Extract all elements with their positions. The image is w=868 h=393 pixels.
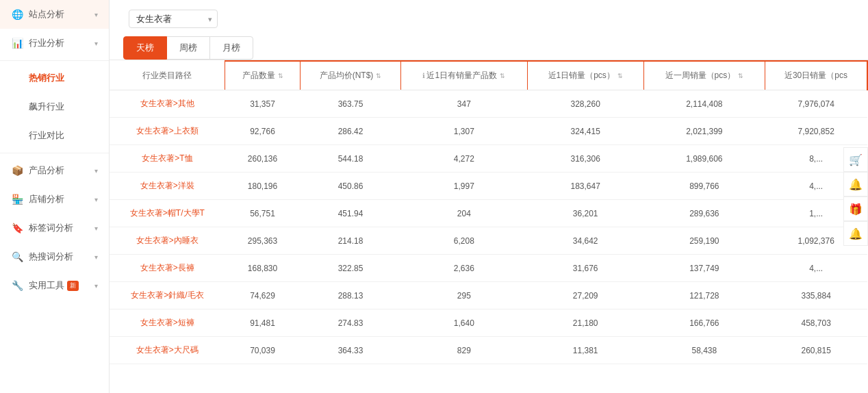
sidebar-item-store-analysis[interactable]: 🏪店铺分析▾: [0, 185, 109, 214]
bell2-icon[interactable]: 🔔: [843, 221, 868, 246]
data-cell: 34,642: [527, 227, 643, 255]
industry-link[interactable]: 女生衣著>其他: [140, 99, 194, 108]
col-header-product-count[interactable]: 产品数量⇅: [225, 61, 301, 90]
arrow-icon: ▾: [94, 167, 98, 175]
data-cell: 260,815: [765, 337, 867, 364]
industry-link[interactable]: 女生衣著>T恤: [142, 153, 192, 163]
data-cell: 1,640: [401, 309, 527, 337]
data-cell: 1,997: [401, 173, 527, 200]
data-cell: 70,039: [225, 337, 301, 364]
category-select-wrapper[interactable]: 女生衣著: [129, 10, 218, 28]
industry-link[interactable]: 女生衣著>上衣類: [136, 126, 199, 136]
industry-path-cell[interactable]: 女生衣著>內睡衣: [110, 227, 225, 255]
data-cell: 2,636: [401, 255, 527, 282]
industry-analysis-icon: 📊: [11, 37, 23, 49]
data-cell: 214.18: [300, 227, 400, 255]
data-cell: 27,209: [527, 282, 643, 309]
data-cell: 347: [401, 90, 527, 118]
data-cell: 544.18: [300, 145, 400, 173]
data-cell: 295: [401, 282, 527, 309]
data-cell: 899,766: [643, 173, 765, 200]
industry-path-cell[interactable]: 女生衣著>短褲: [110, 309, 225, 337]
data-cell: 4,...: [765, 255, 867, 282]
table-row: 女生衣著>短褲91,481274.831,64021,180166,766458…: [110, 309, 867, 337]
col-header-avg-price[interactable]: 产品均价(NT$)⇅: [300, 61, 400, 90]
industry-link[interactable]: 女生衣著>帽T/大學T: [130, 208, 205, 218]
arrow-icon: ▾: [94, 253, 98, 261]
cart-icon[interactable]: 🛒: [843, 147, 868, 172]
data-cell: 2,021,399: [643, 118, 765, 145]
category-row: 女生衣著: [123, 10, 854, 28]
keyword-analysis-icon: 🔖: [11, 222, 23, 234]
table-wrapper[interactable]: 行业类目路径产品数量⇅产品均价(NT$)⇅ℹ近1日有销量产品数⇅近1日销量（pc…: [110, 60, 868, 393]
industry-path-cell[interactable]: 女生衣著>大尺碼: [110, 337, 225, 364]
data-cell: 4,272: [401, 145, 527, 173]
data-cell: 58,438: [643, 337, 765, 364]
sidebar-label-site-analysis: 站点分析: [29, 8, 64, 21]
data-cell: 56,751: [225, 200, 301, 227]
main-content: 女生衣著 天榜周榜月榜 行业类目路径产品数量⇅产品均价(NT$)⇅ℹ近1日有销量…: [110, 0, 868, 393]
col-header-sales-count-1d[interactable]: ℹ近1日有销量产品数⇅: [401, 61, 527, 90]
table-row: 女生衣著>T恤260,136544.184,272316,3061,989,60…: [110, 145, 867, 173]
header-area: 女生衣著 天榜周榜月榜: [110, 0, 868, 60]
data-table: 行业类目路径产品数量⇅产品均价(NT$)⇅ℹ近1日有销量产品数⇅近1日销量（pc…: [110, 60, 868, 364]
data-cell: 829: [401, 337, 527, 364]
industry-link[interactable]: 女生衣著>針織/毛衣: [131, 290, 203, 300]
industry-path-cell[interactable]: 女生衣著>針織/毛衣: [110, 282, 225, 309]
tabs-row: 天榜周榜月榜: [123, 36, 854, 60]
industry-link[interactable]: 女生衣著>內睡衣: [136, 236, 199, 245]
col-header-sales-1w[interactable]: 近一周销量（pcs）⇅: [643, 61, 765, 90]
sidebar-divider: [0, 153, 109, 153]
col-header-industry-path: 行业类目路径: [110, 61, 225, 90]
sidebar-item-site-analysis[interactable]: 🌐站点分析▾: [0, 0, 109, 29]
data-cell: 180,196: [225, 173, 301, 200]
data-cell: 137,749: [643, 255, 765, 282]
sidebar-item-product-analysis[interactable]: 📦产品分析▾: [0, 156, 109, 185]
data-cell: 204: [401, 200, 527, 227]
data-cell: 260,136: [225, 145, 301, 173]
data-cell: 121,728: [643, 282, 765, 309]
col-header-sales-30d: 近30日销量（pcs: [765, 61, 867, 90]
industry-link[interactable]: 女生衣著>短褲: [140, 318, 194, 327]
tab-weekly[interactable]: 周榜: [166, 36, 210, 60]
industry-path-cell[interactable]: 女生衣著>上衣類: [110, 118, 225, 145]
sidebar-label-tools: 实用工具: [29, 279, 64, 292]
sidebar-item-keyword-analysis[interactable]: 🔖标签词分析▾: [0, 214, 109, 242]
sidebar-item-industry-analysis[interactable]: 📊行业分析▾: [0, 29, 109, 58]
data-cell: 289,636: [643, 200, 765, 227]
col-header-sales-1d[interactable]: 近1日销量（pcs）⇅: [527, 61, 643, 90]
new-badge: 新: [67, 281, 79, 291]
industry-path-cell[interactable]: 女生衣著>長褲: [110, 255, 225, 282]
data-cell: 335,884: [765, 282, 867, 309]
float-icons: 🛒🔔🎁🔔: [843, 147, 868, 246]
sidebar-item-tools[interactable]: 🔧实用工具新▾: [0, 271, 109, 300]
bell-icon[interactable]: 🔔: [843, 172, 868, 196]
industry-path-cell[interactable]: 女生衣著>洋裝: [110, 173, 225, 200]
data-cell: 286.42: [300, 118, 400, 145]
sidebar-item-rising-industry[interactable]: 飙升行业: [0, 92, 109, 121]
arrow-icon: ▾: [94, 225, 98, 232]
table-body: 女生衣著>其他31,357363.75347328,2602,114,4087,…: [110, 90, 867, 364]
tab-daily[interactable]: 天榜: [123, 36, 167, 60]
sidebar-item-industry-compare[interactable]: 行业对比: [0, 121, 109, 150]
industry-path-cell[interactable]: 女生衣著>其他: [110, 90, 225, 118]
sidebar-label-product-analysis: 产品分析: [29, 164, 64, 177]
gift-icon[interactable]: 🎁: [843, 196, 868, 221]
industry-link[interactable]: 女生衣著>長褲: [140, 263, 194, 272]
info-icon: ℹ: [422, 72, 425, 79]
site-analysis-icon: 🌐: [11, 8, 23, 21]
sidebar-item-hot-industry[interactable]: 热销行业: [0, 64, 109, 92]
tab-monthly[interactable]: 月榜: [209, 36, 253, 60]
industry-link[interactable]: 女生衣著>洋裝: [140, 181, 194, 190]
category-select[interactable]: 女生衣著: [129, 10, 218, 28]
sidebar-label-keyword-analysis: 标签词分析: [29, 222, 73, 234]
industry-path-cell[interactable]: 女生衣著>帽T/大學T: [110, 200, 225, 227]
data-cell: 363.75: [300, 90, 400, 118]
industry-link[interactable]: 女生衣著>大尺碼: [136, 345, 199, 355]
industry-path-cell[interactable]: 女生衣著>T恤: [110, 145, 225, 173]
sort-icon: ⇅: [500, 73, 505, 79]
sidebar-label-search-analysis: 热搜词分析: [29, 251, 73, 263]
data-cell: 322.85: [300, 255, 400, 282]
table-row: 女生衣著>大尺碼70,039364.3382911,38158,438260,8…: [110, 337, 867, 364]
sidebar-item-search-analysis[interactable]: 🔍热搜词分析▾: [0, 242, 109, 271]
